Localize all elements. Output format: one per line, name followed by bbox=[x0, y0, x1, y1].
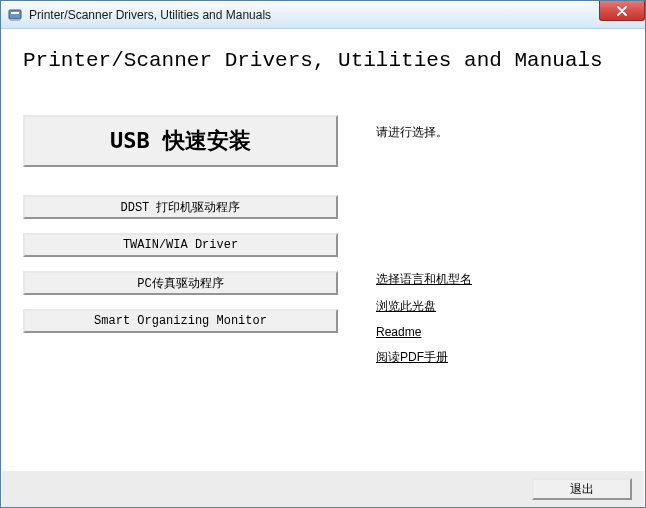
left-column: USB 快速安装 DDST 打印机驱动程序 TWAIN/WIA Driver P… bbox=[23, 115, 338, 347]
footer-bar: 退出 bbox=[2, 471, 644, 507]
svg-rect-1 bbox=[11, 12, 19, 14]
dialog-window: Printer/Scanner Drivers, Utilities and M… bbox=[0, 0, 646, 508]
app-icon bbox=[7, 7, 23, 23]
browse-disc-link[interactable]: 浏览此光盘 bbox=[376, 298, 436, 315]
page-title: Printer/Scanner Drivers, Utilities and M… bbox=[23, 49, 603, 72]
pc-fax-driver-button[interactable]: PC传真驱动程序 bbox=[23, 271, 338, 295]
ddst-driver-button[interactable]: DDST 打印机驱动程序 bbox=[23, 195, 338, 219]
select-language-model-link[interactable]: 选择语言和机型名 bbox=[376, 271, 472, 288]
svg-rect-2 bbox=[10, 19, 20, 21]
window-title: Printer/Scanner Drivers, Utilities and M… bbox=[29, 8, 271, 22]
right-column: 请进行选择。 选择语言和机型名 浏览此光盘 Readme 阅读PDF手册 bbox=[376, 124, 616, 376]
instruction-text: 请进行选择。 bbox=[376, 124, 616, 141]
usb-quick-install-button[interactable]: USB 快速安装 bbox=[23, 115, 338, 167]
close-button[interactable] bbox=[599, 1, 645, 21]
read-pdf-manual-link[interactable]: 阅读PDF手册 bbox=[376, 349, 448, 366]
twain-wia-driver-button[interactable]: TWAIN/WIA Driver bbox=[23, 233, 338, 257]
svg-rect-0 bbox=[9, 10, 21, 19]
readme-link[interactable]: Readme bbox=[376, 325, 421, 339]
smart-organizing-monitor-button[interactable]: Smart Organizing Monitor bbox=[23, 309, 338, 333]
content-area: Printer/Scanner Drivers, Utilities and M… bbox=[1, 29, 645, 507]
titlebar: Printer/Scanner Drivers, Utilities and M… bbox=[1, 1, 645, 29]
exit-button[interactable]: 退出 bbox=[532, 478, 632, 500]
